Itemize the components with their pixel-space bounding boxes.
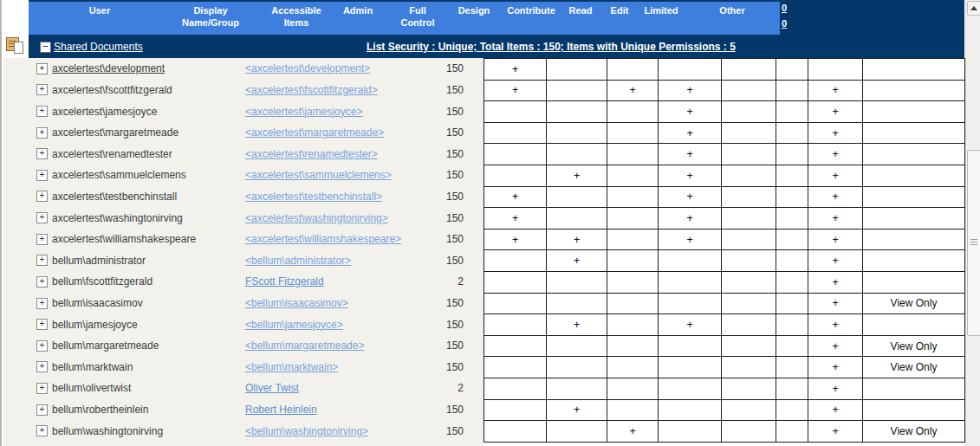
permission-cell — [607, 59, 659, 81]
permission-cell — [547, 144, 607, 165]
permission-cell — [863, 229, 965, 250]
permission-cell — [484, 165, 547, 186]
permission-cell — [776, 122, 808, 144]
expand-icon[interactable] — [36, 425, 48, 436]
display-name-link[interactable]: <bellum\washingtonirving> — [245, 425, 368, 437]
display-name-link[interactable]: <axcelertest\development> — [245, 62, 370, 74]
expand-icon[interactable] — [36, 298, 48, 309]
expand-icon[interactable] — [36, 106, 48, 117]
permission-cell — [776, 357, 808, 378]
frame-count-link-top[interactable]: 0 — [782, 3, 787, 13]
display-name-link[interactable]: <axcelertest\renamedtester> — [245, 148, 378, 160]
permission-cell — [547, 59, 607, 81]
scroll-up-arrow-icon — [970, 6, 977, 10]
user-name[interactable]: axcelertest\development — [52, 62, 165, 74]
frame-count-link-bottom[interactable]: 0 — [782, 18, 787, 29]
permission-plus-cell: + — [808, 378, 863, 399]
expand-icon[interactable] — [36, 63, 48, 74]
view-only-cell: View Only — [863, 421, 965, 443]
permission-cell — [607, 271, 659, 293]
copy-library-icon[interactable] — [6, 37, 25, 55]
expand-icon[interactable] — [36, 84, 48, 95]
permission-cell — [484, 399, 547, 421]
permission-cell — [484, 421, 547, 443]
grid-row: +++ — [484, 208, 965, 229]
table-row: bellum\margaretmeade <bellum\margaretmea… — [36, 335, 484, 357]
expand-icon[interactable] — [36, 276, 48, 288]
expand-icon[interactable] — [36, 404, 48, 416]
permission-cell — [722, 271, 776, 293]
window-border — [0, 0, 2, 446]
display-name-link[interactable]: Oliver Twist — [245, 382, 299, 394]
collapse-section-icon[interactable] — [40, 42, 51, 53]
permission-cell — [484, 144, 547, 165]
section-title-link[interactable]: Shared Documents — [54, 41, 143, 53]
display-name-link[interactable]: <bellum\isaacasimov> — [245, 297, 348, 309]
scroll-up-button[interactable] — [967, 1, 980, 16]
display-name-link[interactable]: <bellum\marktwain> — [245, 361, 338, 373]
permission-plus-cell: + — [659, 80, 722, 101]
display-name-link[interactable]: <axcelertest\washingtonirving> — [245, 212, 388, 224]
permission-plus-cell: + — [808, 80, 863, 101]
permission-cell — [863, 399, 965, 421]
permission-cell — [776, 250, 808, 272]
accessible-items-count: 150 — [446, 106, 464, 118]
display-name-link[interactable]: <axcelertest\jamesjoyce> — [245, 106, 362, 118]
expand-icon[interactable] — [36, 255, 48, 266]
display-name-link[interactable]: <axcelertest\margaretmeade> — [245, 126, 384, 139]
permission-plus-cell: + — [484, 80, 547, 101]
expand-icon[interactable] — [36, 170, 48, 181]
permission-cell — [776, 101, 808, 123]
expand-icon[interactable] — [36, 191, 48, 202]
permission-plus-cell: + — [808, 293, 863, 314]
scrollbar-thumb[interactable] — [967, 150, 980, 336]
accessible-items-count: 150 — [446, 148, 464, 160]
permission-cell — [547, 208, 607, 229]
permission-cell — [659, 271, 722, 293]
table-row: axcelertest\fscottfitzgerald <axcelertes… — [36, 80, 484, 101]
expand-icon[interactable] — [36, 148, 48, 159]
display-name-link[interactable]: <axcelertest\sammuelclemens> — [245, 169, 392, 181]
permission-cell — [607, 314, 659, 336]
display-name-link[interactable]: <bellum\margaretmeade> — [245, 339, 364, 352]
display-name-link[interactable]: Robert Heinlein — [245, 404, 317, 416]
grid-row: ++View Only — [484, 421, 965, 443]
permission-cell — [607, 101, 659, 123]
display-name-link[interactable]: <bellum\jamesjoyce> — [245, 319, 343, 331]
expand-icon[interactable] — [36, 234, 48, 245]
expand-icon[interactable] — [36, 340, 48, 352]
expand-icon[interactable] — [36, 212, 48, 223]
permission-cell — [776, 293, 808, 314]
display-name-link[interactable]: <axcelertest\williamshakespeare> — [245, 233, 401, 245]
display-name-link[interactable]: FScott Fitzgerald — [245, 275, 324, 288]
expand-icon[interactable] — [36, 383, 48, 394]
permission-plus-cell: + — [659, 229, 722, 250]
permission-plus-cell: + — [484, 229, 547, 250]
table-row: bellum\washingtonirving <bellum\washingt… — [36, 420, 484, 442]
table-row: bellum\fscottfitzgerald FScott Fitzgeral… — [36, 271, 484, 293]
display-name-link[interactable]: <axcelertest\testbenchinstall> — [245, 191, 382, 203]
display-name-link[interactable]: <bellum\administrator> — [245, 255, 351, 267]
permission-cell — [863, 208, 965, 229]
table-row: axcelertest\washingtonirving <axcelertes… — [36, 207, 484, 229]
display-name-link[interactable]: <axcelertest\fscottfitzgerald> — [245, 84, 378, 96]
permission-cell — [776, 399, 808, 421]
vertical-scrollbar[interactable] — [965, 0, 980, 446]
permission-cell — [776, 271, 808, 293]
permission-cell — [722, 122, 776, 144]
expand-icon[interactable] — [36, 361, 48, 372]
permission-cell — [776, 186, 808, 208]
permission-cell — [776, 378, 808, 399]
permission-plus-cell: + — [808, 229, 863, 250]
permission-cell — [722, 186, 776, 208]
expand-icon[interactable] — [36, 127, 48, 139]
permission-cell — [722, 314, 776, 336]
accessible-items-count: 150 — [446, 212, 464, 224]
accessible-items-count: 150 — [446, 361, 464, 373]
permission-cell — [547, 101, 607, 123]
expand-icon[interactable] — [36, 319, 48, 330]
permission-cell — [547, 378, 607, 399]
permission-cell — [607, 122, 659, 144]
permission-cell — [659, 250, 722, 272]
permission-cell — [484, 357, 547, 378]
